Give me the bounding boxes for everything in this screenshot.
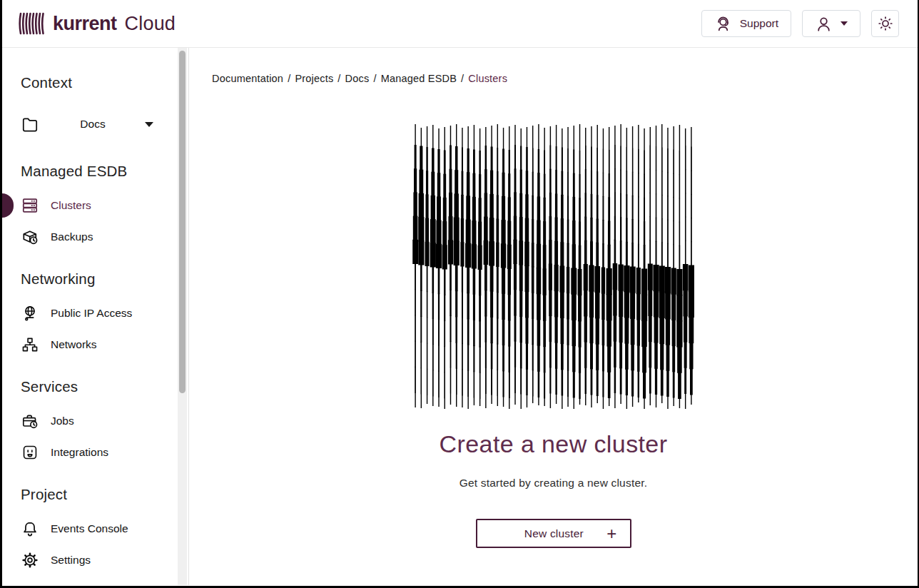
support-button[interactable]: Support bbox=[701, 10, 791, 37]
active-indicator bbox=[2, 193, 14, 218]
sidebar-item-label: Public IP Access bbox=[51, 307, 132, 320]
outlet-icon bbox=[21, 443, 39, 462]
moire-stripes-illustration bbox=[412, 123, 694, 409]
empty-state-subtitle: Get started by creating a new cluster. bbox=[189, 477, 918, 490]
breadcrumb-separator: / bbox=[373, 73, 376, 84]
context-selector[interactable]: Docs bbox=[21, 108, 156, 141]
topbar-actions: Support bbox=[701, 10, 899, 37]
headset-icon bbox=[714, 15, 732, 33]
sidebar-item-label: Integrations bbox=[51, 446, 108, 459]
sidebar-scrollbar-track[interactable] bbox=[178, 48, 187, 585]
chevron-down-icon bbox=[841, 21, 848, 26]
sidebar-item-events-console[interactable]: Events Console bbox=[2, 513, 188, 544]
user-menu-button[interactable] bbox=[802, 10, 860, 37]
breadcrumb-separator: / bbox=[461, 73, 464, 84]
sidebar-item-label: Events Console bbox=[51, 522, 128, 535]
person-icon bbox=[815, 15, 833, 33]
new-cluster-button-label: New cluster bbox=[509, 527, 600, 540]
context-selector-value: Docs bbox=[41, 118, 145, 131]
support-label: Support bbox=[740, 17, 778, 30]
plus-icon: + bbox=[606, 525, 616, 542]
sidebar-item-label: Clusters bbox=[51, 199, 91, 212]
sidebar: Context Docs Managed ESDB bbox=[2, 48, 189, 585]
topbar: kurrent Cloud Support bbox=[2, 0, 918, 48]
sidebar-item-label: Jobs bbox=[51, 415, 74, 427]
gear-icon bbox=[21, 551, 39, 569]
sidebar-item-clusters[interactable]: Clusters bbox=[2, 190, 188, 221]
section-heading-context: Context bbox=[21, 72, 188, 93]
breadcrumb: Documentation/Projects/Docs/Managed ESDB… bbox=[212, 73, 918, 84]
wave-stripes-logo-icon bbox=[18, 11, 46, 36]
sidebar-item-settings[interactable]: Settings bbox=[2, 544, 188, 576]
breadcrumb-docs[interactable]: Docs bbox=[345, 73, 370, 84]
section-heading-networking: Networking bbox=[21, 268, 188, 290]
section-heading-project: Project bbox=[21, 484, 188, 505]
main-content: Documentation/Projects/Docs/Managed ESDB… bbox=[189, 48, 918, 585]
breadcrumb-clusters-current[interactable]: Clusters bbox=[468, 73, 507, 84]
box-clock-icon bbox=[21, 228, 39, 246]
folder-icon bbox=[21, 115, 41, 133]
section-heading-managed-esdb: Managed ESDB bbox=[21, 161, 188, 182]
brand-suffix: Cloud bbox=[125, 13, 176, 35]
breadcrumb-managed-esdb[interactable]: Managed ESDB bbox=[381, 73, 457, 84]
brand-name: kurrent bbox=[53, 13, 117, 35]
sidebar-scrollbar-thumb[interactable] bbox=[179, 51, 186, 393]
server-stack-icon bbox=[21, 196, 39, 215]
sidebar-item-backups[interactable]: Backups bbox=[2, 221, 188, 253]
sidebar-item-jobs[interactable]: Jobs bbox=[2, 405, 188, 437]
breadcrumb-projects[interactable]: Projects bbox=[295, 73, 333, 84]
sidebar-item-label: Backups bbox=[51, 230, 93, 243]
sidebar-item-integrations[interactable]: Integrations bbox=[2, 437, 188, 468]
new-cluster-button[interactable]: New cluster + bbox=[476, 519, 631, 548]
sidebar-item-label: Networks bbox=[51, 338, 97, 351]
page-title: Create a new cluster bbox=[189, 430, 918, 458]
sidebar-item-public-ip-access[interactable]: Public IP Access bbox=[2, 298, 188, 329]
network-nodes-icon bbox=[21, 335, 39, 354]
breadcrumb-separator: / bbox=[337, 73, 340, 84]
chevron-down-icon bbox=[145, 122, 153, 127]
theme-toggle-button[interactable] bbox=[871, 10, 899, 37]
section-heading-services: Services bbox=[21, 376, 188, 397]
breadcrumb-separator: / bbox=[288, 73, 290, 84]
empty-state: Create a new cluster Get started by crea… bbox=[189, 123, 918, 548]
globe-icon bbox=[21, 304, 39, 323]
briefcase-clock-icon bbox=[21, 412, 39, 430]
breadcrumb-documentation[interactable]: Documentation bbox=[212, 73, 283, 84]
logo[interactable]: kurrent Cloud bbox=[18, 11, 176, 36]
sun-icon bbox=[877, 15, 894, 32]
sidebar-item-label: Settings bbox=[51, 554, 91, 567]
bell-icon bbox=[21, 519, 39, 538]
sidebar-item-networks[interactable]: Networks bbox=[2, 329, 188, 360]
